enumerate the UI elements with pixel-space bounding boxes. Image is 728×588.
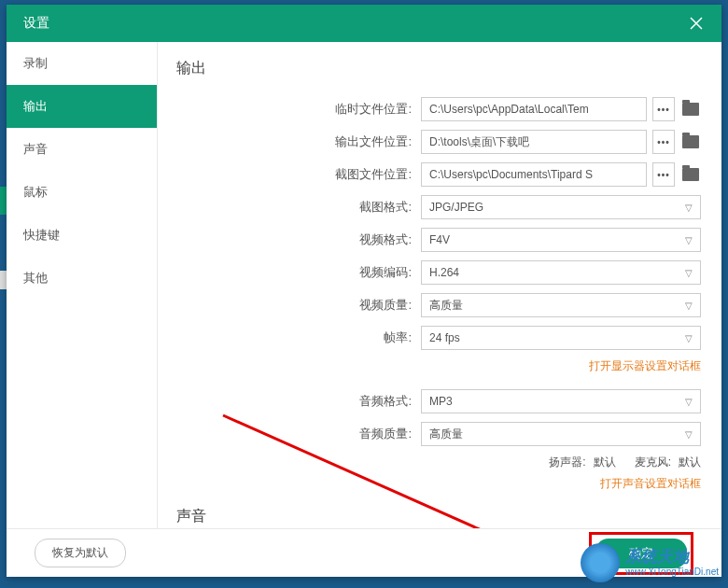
label-video-quality: 视频质量: [176, 297, 421, 314]
footer: 恢复为默认 确定 [7, 528, 721, 577]
ok-button[interactable]: 确定 [595, 539, 687, 568]
open-screenshot-folder[interactable] [680, 164, 701, 185]
sidebar-item-label: 鼠标 [23, 185, 48, 199]
section-title-output: 输出 [176, 59, 701, 78]
row-screenshot-path: 截图文件位置: ••• [176, 162, 701, 187]
input-temp-path[interactable] [421, 97, 647, 121]
label-video-codec: 视频编码: [176, 264, 421, 281]
bg-sliver-2 [0, 271, 7, 289]
input-output-path[interactable] [421, 130, 647, 154]
label-screenshot-format: 截图格式: [176, 199, 421, 216]
section-title-sound: 声音 [176, 507, 701, 526]
sound-settings-link[interactable]: 打开声音设置对话框 [600, 476, 701, 492]
window-title: 设置 [23, 15, 49, 32]
sidebar-item-label: 其他 [23, 271, 48, 285]
mic-info: 麦克风: 默认 [635, 455, 701, 470]
row-display-link: 打开显示器设置对话框 [176, 358, 701, 374]
sidebar-item-label: 声音 [23, 142, 48, 156]
chevron-down-icon: ▽ [685, 301, 693, 311]
settings-window: 设置 录制 输出 声音 鼠标 快捷键 其他 输出 临时文件位置: ••• [7, 5, 721, 577]
row-screenshot-format: 截图格式: JPG/JPEG ▽ [176, 195, 701, 219]
speaker-value: 默认 [594, 455, 616, 470]
reset-button[interactable]: 恢复为默认 [35, 539, 126, 567]
folder-icon [682, 135, 699, 148]
chevron-down-icon: ▽ [685, 268, 693, 278]
row-audio-quality: 音频质量: 高质量 ▽ [176, 422, 701, 446]
select-screenshot-format[interactable]: JPG/JPEG ▽ [421, 195, 701, 219]
mic-label: 麦克风: [635, 455, 671, 470]
sidebar-item-output[interactable]: 输出 [7, 85, 157, 128]
row-video-format: 视频格式: F4V ▽ [176, 228, 701, 252]
select-value: 24 fps [429, 331, 460, 344]
select-value: H.264 [429, 266, 459, 279]
close-button[interactable] [682, 9, 710, 37]
sidebar: 录制 输出 声音 鼠标 快捷键 其他 [7, 42, 158, 528]
row-audio-devices: 扬声器: 默认 麦克风: 默认 [176, 455, 701, 470]
label-audio-quality: 音频质量: [176, 426, 421, 442]
content-panel: 输出 临时文件位置: ••• 输出文件位置: ••• [158, 42, 721, 528]
select-video-quality[interactable]: 高质量 ▽ [421, 293, 701, 317]
sidebar-item-other[interactable]: 其他 [7, 257, 157, 300]
open-output-folder[interactable] [680, 132, 701, 152]
speaker-label: 扬声器: [549, 455, 585, 470]
chevron-down-icon: ▽ [685, 235, 693, 245]
label-video-format: 视频格式: [176, 231, 421, 248]
window-body: 录制 输出 声音 鼠标 快捷键 其他 输出 临时文件位置: ••• 输出文件位置… [7, 42, 721, 528]
label-screenshot-path: 截图文件位置: [176, 166, 421, 183]
row-temp-path: 临时文件位置: ••• [176, 97, 701, 121]
display-settings-link[interactable]: 打开显示器设置对话框 [589, 358, 701, 374]
sidebar-item-label: 录制 [23, 56, 48, 70]
browse-screenshot-path[interactable]: ••• [652, 162, 675, 187]
chevron-down-icon: ▽ [685, 429, 693, 440]
select-video-codec[interactable]: H.264 ▽ [421, 260, 701, 285]
speaker-info: 扬声器: 默认 [549, 455, 615, 470]
select-value: F4V [429, 233, 450, 246]
row-sound-link: 打开声音设置对话框 [176, 476, 701, 492]
select-audio-quality[interactable]: 高质量 ▽ [421, 422, 701, 446]
open-temp-folder[interactable] [680, 99, 701, 119]
select-value: MP3 [429, 395, 453, 408]
row-output-path: 输出文件位置: ••• [176, 130, 701, 154]
browse-temp-path[interactable]: ••• [652, 97, 675, 121]
chevron-down-icon: ▽ [685, 333, 693, 343]
sidebar-item-mouse[interactable]: 鼠标 [7, 171, 157, 214]
select-value: 高质量 [429, 427, 463, 442]
row-audio-format: 音频格式: MP3 ▽ [176, 389, 701, 413]
row-framerate: 帧率: 24 fps ▽ [176, 326, 701, 350]
select-video-format[interactable]: F4V ▽ [421, 228, 701, 252]
sidebar-item-sound[interactable]: 声音 [7, 128, 157, 171]
folder-icon [682, 103, 699, 116]
folder-icon [682, 168, 699, 181]
browse-output-path[interactable]: ••• [652, 130, 675, 154]
row-video-quality: 视频质量: 高质量 ▽ [176, 293, 701, 317]
chevron-down-icon: ▽ [685, 397, 693, 407]
label-output-path: 输出文件位置: [176, 133, 421, 150]
select-audio-format[interactable]: MP3 ▽ [421, 389, 701, 413]
select-value: 高质量 [429, 298, 463, 314]
label-audio-format: 音频格式: [176, 393, 421, 410]
select-value: JPG/JPEG [429, 201, 483, 214]
sidebar-item-record[interactable]: 录制 [7, 42, 157, 85]
mic-value: 默认 [679, 455, 701, 470]
label-temp-path: 临时文件位置: [176, 101, 421, 118]
sidebar-item-label: 输出 [23, 99, 48, 113]
close-icon [690, 17, 703, 30]
ok-highlight-box: 确定 [589, 532, 693, 575]
input-screenshot-path[interactable] [421, 162, 647, 187]
label-framerate: 帧率: [176, 329, 421, 346]
titlebar: 设置 [7, 5, 721, 42]
bg-sliver-1 [0, 187, 7, 215]
select-framerate[interactable]: 24 fps ▽ [421, 326, 701, 350]
sidebar-item-label: 快捷键 [23, 228, 60, 242]
row-video-codec: 视频编码: H.264 ▽ [176, 260, 701, 285]
sidebar-item-hotkeys[interactable]: 快捷键 [7, 214, 157, 257]
chevron-down-icon: ▽ [685, 203, 693, 213]
